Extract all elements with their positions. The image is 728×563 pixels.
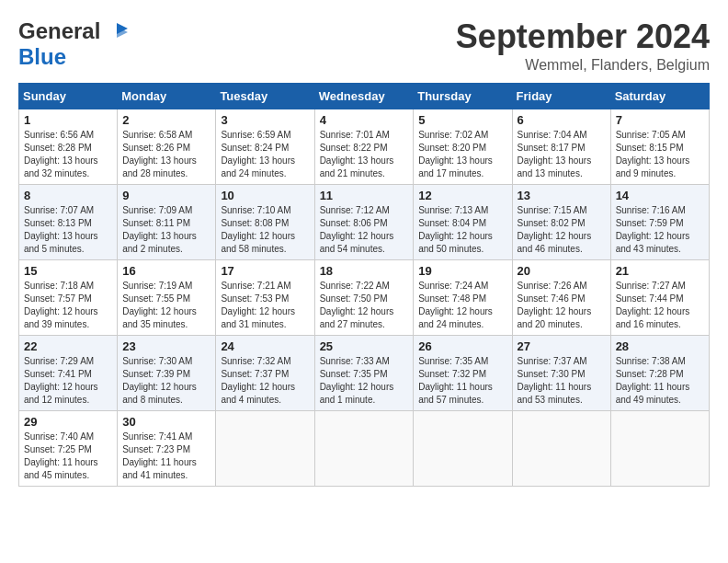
day-info: Sunrise: 7:16 AMSunset: 7:59 PMDaylight:…	[616, 204, 704, 256]
page-header: General Blue September 2024 Wemmel, Flan…	[18, 18, 710, 74]
table-cell: 23Sunrise: 7:30 AMSunset: 7:39 PMDayligh…	[118, 335, 216, 410]
col-sunday: Sunday	[19, 83, 118, 109]
table-cell: 21Sunrise: 7:27 AMSunset: 7:44 PMDayligh…	[610, 259, 709, 335]
table-cell: 7Sunrise: 7:05 AMSunset: 8:15 PMDaylight…	[610, 109, 709, 184]
calendar-header-row: Sunday Monday Tuesday Wednesday Thursday…	[19, 83, 710, 109]
table-cell: 1Sunrise: 6:56 AMSunset: 8:28 PMDaylight…	[19, 109, 118, 184]
day-number: 1	[24, 113, 112, 127]
table-cell: 12Sunrise: 7:13 AMSunset: 8:04 PMDayligh…	[414, 184, 512, 259]
day-number: 7	[616, 113, 704, 127]
day-info: Sunrise: 7:04 AMSunset: 8:17 PMDaylight:…	[518, 129, 606, 180]
title-block: September 2024 Wemmel, Flanders, Belgium	[456, 18, 710, 74]
logo: General Blue	[18, 18, 130, 70]
day-number: 15	[24, 264, 112, 278]
day-number: 9	[122, 189, 210, 202]
week-row-2: 8Sunrise: 7:07 AMSunset: 8:13 PMDaylight…	[19, 184, 710, 259]
table-cell: 3Sunrise: 6:59 AMSunset: 8:24 PMDaylight…	[216, 109, 314, 184]
table-cell: 18Sunrise: 7:22 AMSunset: 7:50 PMDayligh…	[314, 259, 414, 335]
week-row-3: 15Sunrise: 7:18 AMSunset: 7:57 PMDayligh…	[19, 259, 710, 335]
day-info: Sunrise: 7:02 AMSunset: 8:20 PMDaylight:…	[418, 129, 506, 180]
day-number: 16	[122, 264, 210, 278]
day-number: 8	[24, 189, 112, 202]
table-cell: 26Sunrise: 7:35 AMSunset: 7:32 PMDayligh…	[414, 335, 512, 410]
day-info: Sunrise: 7:10 AMSunset: 8:08 PMDaylight:…	[221, 204, 309, 256]
day-info: Sunrise: 6:56 AMSunset: 8:28 PMDaylight:…	[24, 129, 112, 180]
col-wednesday: Wednesday	[314, 83, 414, 109]
day-info: Sunrise: 6:59 AMSunset: 8:24 PMDaylight:…	[221, 129, 309, 180]
day-info: Sunrise: 7:40 AMSunset: 7:25 PMDaylight:…	[24, 431, 112, 482]
day-number: 30	[122, 415, 210, 429]
logo-flag-icon	[104, 21, 130, 41]
day-info: Sunrise: 7:12 AMSunset: 8:06 PMDaylight:…	[320, 204, 409, 256]
table-cell: 20Sunrise: 7:26 AMSunset: 7:46 PMDayligh…	[512, 259, 610, 335]
table-cell: 30Sunrise: 7:41 AMSunset: 7:23 PMDayligh…	[118, 410, 216, 486]
day-info: Sunrise: 7:18 AMSunset: 7:57 PMDaylight:…	[24, 280, 112, 331]
logo-blue: Blue	[18, 44, 66, 69]
day-number: 21	[616, 264, 704, 278]
logo-general: General	[18, 18, 100, 44]
day-info: Sunrise: 7:15 AMSunset: 8:02 PMDaylight:…	[518, 204, 606, 256]
day-info: Sunrise: 7:22 AMSunset: 7:50 PMDaylight:…	[320, 280, 409, 331]
day-number: 27	[518, 339, 606, 353]
day-number: 26	[418, 339, 506, 353]
month-title: September 2024	[456, 18, 710, 55]
col-monday: Monday	[118, 83, 216, 109]
table-cell	[216, 410, 314, 486]
table-cell: 29Sunrise: 7:40 AMSunset: 7:25 PMDayligh…	[19, 410, 118, 486]
table-cell: 27Sunrise: 7:37 AMSunset: 7:30 PMDayligh…	[512, 335, 610, 410]
table-cell: 28Sunrise: 7:38 AMSunset: 7:28 PMDayligh…	[610, 335, 709, 410]
day-number: 17	[221, 264, 309, 278]
week-row-1: 1Sunrise: 6:56 AMSunset: 8:28 PMDaylight…	[19, 109, 710, 184]
table-cell: 13Sunrise: 7:15 AMSunset: 8:02 PMDayligh…	[512, 184, 610, 259]
day-info: Sunrise: 7:21 AMSunset: 7:53 PMDaylight:…	[221, 280, 309, 331]
day-number: 29	[24, 415, 112, 429]
day-number: 5	[418, 113, 506, 127]
day-number: 19	[418, 264, 506, 278]
table-cell: 8Sunrise: 7:07 AMSunset: 8:13 PMDaylight…	[19, 184, 118, 259]
table-cell: 24Sunrise: 7:32 AMSunset: 7:37 PMDayligh…	[216, 335, 314, 410]
day-info: Sunrise: 7:33 AMSunset: 7:35 PMDaylight:…	[320, 355, 409, 407]
day-number: 22	[24, 339, 112, 353]
table-cell: 16Sunrise: 7:19 AMSunset: 7:55 PMDayligh…	[118, 259, 216, 335]
table-cell: 14Sunrise: 7:16 AMSunset: 7:59 PMDayligh…	[610, 184, 709, 259]
day-number: 24	[221, 339, 309, 353]
table-cell	[512, 410, 610, 486]
table-cell: 19Sunrise: 7:24 AMSunset: 7:48 PMDayligh…	[414, 259, 512, 335]
day-info: Sunrise: 6:58 AMSunset: 8:26 PMDaylight:…	[122, 129, 210, 180]
table-cell: 11Sunrise: 7:12 AMSunset: 8:06 PMDayligh…	[314, 184, 414, 259]
day-info: Sunrise: 7:24 AMSunset: 7:48 PMDaylight:…	[418, 280, 506, 331]
day-info: Sunrise: 7:35 AMSunset: 7:32 PMDaylight:…	[418, 355, 506, 407]
day-number: 11	[320, 189, 409, 202]
day-info: Sunrise: 7:19 AMSunset: 7:55 PMDaylight:…	[122, 280, 210, 331]
day-number: 6	[518, 113, 606, 127]
table-cell: 22Sunrise: 7:29 AMSunset: 7:41 PMDayligh…	[19, 335, 118, 410]
col-tuesday: Tuesday	[216, 83, 314, 109]
day-number: 2	[122, 113, 210, 127]
table-cell	[314, 410, 414, 486]
table-cell: 4Sunrise: 7:01 AMSunset: 8:22 PMDaylight…	[314, 109, 414, 184]
table-cell: 15Sunrise: 7:18 AMSunset: 7:57 PMDayligh…	[19, 259, 118, 335]
calendar-table: Sunday Monday Tuesday Wednesday Thursday…	[18, 83, 710, 487]
week-row-4: 22Sunrise: 7:29 AMSunset: 7:41 PMDayligh…	[19, 335, 710, 410]
day-info: Sunrise: 7:30 AMSunset: 7:39 PMDaylight:…	[122, 355, 210, 407]
day-number: 14	[616, 189, 704, 202]
day-number: 25	[320, 339, 409, 353]
day-number: 18	[320, 264, 409, 278]
table-cell: 25Sunrise: 7:33 AMSunset: 7:35 PMDayligh…	[314, 335, 414, 410]
day-info: Sunrise: 7:37 AMSunset: 7:30 PMDaylight:…	[518, 355, 606, 407]
location-title: Wemmel, Flanders, Belgium	[456, 57, 710, 74]
day-info: Sunrise: 7:01 AMSunset: 8:22 PMDaylight:…	[320, 129, 409, 180]
day-info: Sunrise: 7:05 AMSunset: 8:15 PMDaylight:…	[616, 129, 704, 180]
day-number: 23	[122, 339, 210, 353]
week-row-5: 29Sunrise: 7:40 AMSunset: 7:25 PMDayligh…	[19, 410, 710, 486]
day-number: 10	[221, 189, 309, 202]
day-info: Sunrise: 7:09 AMSunset: 8:11 PMDaylight:…	[122, 204, 210, 256]
table-cell: 2Sunrise: 6:58 AMSunset: 8:26 PMDaylight…	[118, 109, 216, 184]
day-info: Sunrise: 7:13 AMSunset: 8:04 PMDaylight:…	[418, 204, 506, 256]
table-cell	[414, 410, 512, 486]
day-number: 13	[518, 189, 606, 202]
day-number: 4	[320, 113, 409, 127]
day-number: 3	[221, 113, 309, 127]
day-info: Sunrise: 7:41 AMSunset: 7:23 PMDaylight:…	[122, 431, 210, 482]
day-info: Sunrise: 7:27 AMSunset: 7:44 PMDaylight:…	[616, 280, 704, 331]
